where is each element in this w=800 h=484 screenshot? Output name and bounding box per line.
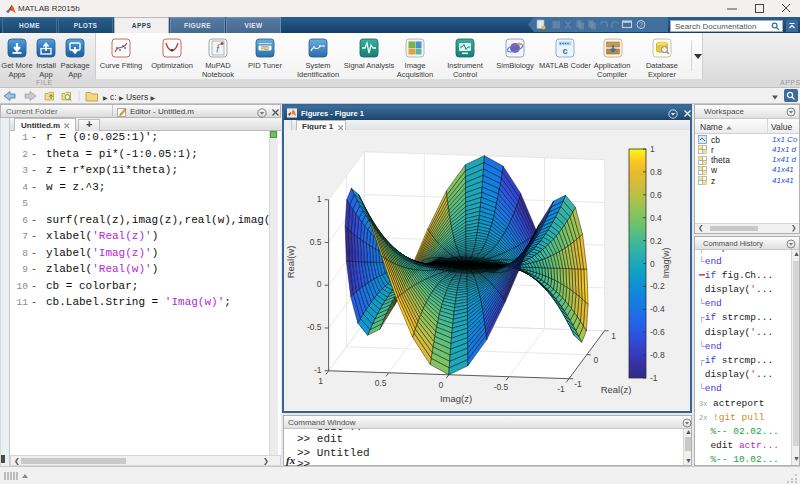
svg-text:-0.5: -0.5 <box>494 382 509 392</box>
svg-text:Real(w): Real(w) <box>285 246 296 279</box>
svg-text:-1: -1 <box>557 384 565 394</box>
svg-text:Imag(w): Imag(w) <box>661 247 671 278</box>
svg-text:PID: PID <box>261 46 269 51</box>
svg-text:-0.4: -0.4 <box>650 304 665 314</box>
svg-text:0: 0 <box>317 279 322 289</box>
svg-text:0.8: 0.8 <box>650 167 662 177</box>
svg-text:1: 1 <box>317 194 322 204</box>
svg-text:Real(z): Real(z) <box>601 384 632 395</box>
svg-text:0.5: 0.5 <box>310 237 322 247</box>
svg-text:0.2: 0.2 <box>650 236 662 246</box>
svg-text:c: c <box>562 46 567 56</box>
svg-text:ƒ: ƒ <box>216 42 221 53</box>
svg-text:0.6: 0.6 <box>650 190 662 200</box>
svg-text:1: 1 <box>650 144 655 154</box>
svg-text:-0.2: -0.2 <box>650 281 665 291</box>
svg-text:0: 0 <box>593 355 598 365</box>
svg-text:0: 0 <box>438 380 443 390</box>
svg-text:-0.8: -0.8 <box>650 350 665 360</box>
svg-text:0.5: 0.5 <box>375 378 387 388</box>
svg-text:0: 0 <box>650 259 655 269</box>
svg-text:1: 1 <box>318 376 323 386</box>
svg-text:-0.6: -0.6 <box>650 327 665 337</box>
svg-text:0.4: 0.4 <box>650 213 662 223</box>
svg-text:Imag(z): Imag(z) <box>440 393 472 404</box>
svg-text:-1: -1 <box>574 379 582 389</box>
svg-text:-1: -1 <box>314 365 322 375</box>
svg-text:-1: -1 <box>650 373 658 383</box>
svg-text:1: 1 <box>611 331 616 341</box>
svg-text:?: ? <box>639 21 643 28</box>
svg-text:-0.5: -0.5 <box>307 322 322 332</box>
